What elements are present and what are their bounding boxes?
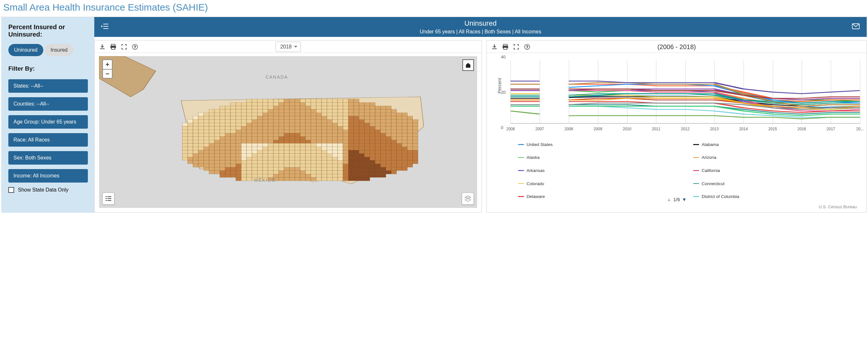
filter-states[interactable]: States: --All-- [8,79,88,93]
map-legend-button[interactable] [102,193,115,205]
svg-rect-949 [504,48,507,50]
svg-rect-413 [381,133,386,137]
svg-rect-475 [241,140,247,143]
svg-rect-358 [321,129,327,133]
svg-rect-83 [375,106,381,109]
svg-rect-696 [247,157,252,160]
svg-rect-830 [300,167,306,171]
svg-rect-890 [247,174,252,177]
svg-rect-177 [284,116,289,120]
svg-rect-607 [241,150,247,154]
svg-rect-503 [391,140,397,143]
svg-rect-493 [338,140,343,143]
svg-rect-395 [284,133,289,137]
svg-rect-747 [289,160,295,164]
svg-rect-291 [198,126,204,130]
svg-rect-525 [273,143,279,147]
svg-rect-772 [198,164,204,167]
fullscreen-icon[interactable] [121,43,127,50]
svg-rect-470 [215,140,220,143]
download-icon[interactable] [99,43,105,50]
map-canvas[interactable]: CANADA MÉXICO + − [99,56,477,208]
legend-next-icon[interactable]: ▼ [682,197,687,202]
legend-item[interactable]: Alabama [693,138,856,151]
svg-rect-507 [413,140,418,143]
svg-rect-763 [375,160,381,164]
svg-rect-252 [225,123,230,126]
print-icon[interactable] [502,43,508,50]
svg-rect-1 [111,44,115,46]
svg-rect-481 [273,140,279,143]
svg-rect-533 [316,143,321,147]
svg-rect-574 [300,147,306,150]
svg-rect-373 [402,129,407,133]
state-only-checkbox[interactable] [8,187,14,193]
chart-legend: United StatesAlabamaAlaskaArizonaArkansa… [518,138,856,203]
legend-item[interactable]: Connecticut [693,177,856,190]
svg-rect-645 [209,154,215,157]
svg-rect-361 [338,129,343,133]
svg-rect-637 [402,150,407,154]
help-icon[interactable]: ? [524,43,530,50]
svg-rect-452 [354,137,359,140]
svg-rect-926 [289,177,295,181]
svg-rect-599 [198,150,204,154]
svg-rect-925 [284,177,289,181]
svg-rect-412 [375,133,381,137]
svg-rect-329 [402,126,407,130]
map-home-button[interactable] [462,59,474,71]
legend-item[interactable]: Arkansas [518,164,680,177]
legend-label: Colorado [527,181,544,186]
filter-income[interactable]: Income: All Incomes [8,169,88,182]
state-only-row[interactable]: Show State Data Only [8,187,88,193]
fullscreen-icon[interactable] [513,43,520,50]
filter-counties[interactable]: Counties: --All-- [8,97,88,111]
mail-icon[interactable] [852,23,860,31]
filter-race[interactable]: Race: All Races [8,133,88,147]
svg-rect-94 [252,109,257,113]
filter-sex[interactable]: Sex: Both Sexes [8,151,88,165]
print-icon[interactable] [110,43,116,50]
toggle-insured[interactable]: Insured [44,44,73,56]
filter-age[interactable]: Age Group: Under 65 years [8,115,88,129]
chart-body: Percent 20062007200820092010201120122013… [491,55,862,210]
svg-rect-756 [338,160,343,164]
svg-rect-777 [225,164,230,167]
collapse-sidebar-icon[interactable] [101,23,108,31]
app-container: Percent Insured or Uninsured: Uninsured … [0,17,868,213]
svg-rect-614 [279,150,284,154]
legend-item[interactable]: Colorado [518,177,680,190]
legend-prev-icon[interactable]: ▲ [666,197,672,202]
svg-rect-20 [321,99,327,103]
svg-rect-142 [311,113,316,116]
svg-rect-45 [327,103,333,106]
svg-rect-411 [370,133,375,137]
legend-item[interactable]: United States [518,138,680,151]
legend-item[interactable]: Arizona [693,151,856,164]
chart-gridline [598,61,598,123]
svg-rect-875 [343,171,348,174]
svg-rect-383 [220,133,225,137]
zoom-out-button[interactable]: − [103,69,112,78]
svg-rect-785 [268,164,274,167]
svg-rect-220 [289,120,295,123]
legend-item[interactable]: California [693,164,856,177]
download-icon[interactable] [491,43,498,50]
zoom-in-button[interactable]: + [103,60,112,69]
chart-plot-area[interactable]: 2006200720082009201020112012201320142015… [510,61,860,131]
help-icon[interactable]: ? [132,43,138,50]
svg-rect-811 [407,164,413,167]
legend-item[interactable]: District of Columbia [693,190,856,203]
svg-rect-278 [365,123,370,126]
chart-ytick: 40 [501,55,505,59]
year-dropdown[interactable]: 2018 [275,42,301,52]
legend-item[interactable]: Delaware [518,190,680,203]
map-layers-button[interactable] [462,193,474,205]
svg-rect-653 [252,154,257,157]
svg-rect-850 [209,171,215,174]
legend-item[interactable]: Alaska [518,151,680,164]
svg-rect-235 [370,120,375,123]
toggle-uninsured[interactable]: Uninsured [8,44,43,56]
svg-rect-206 [215,120,220,123]
svg-rect-608 [247,150,252,154]
